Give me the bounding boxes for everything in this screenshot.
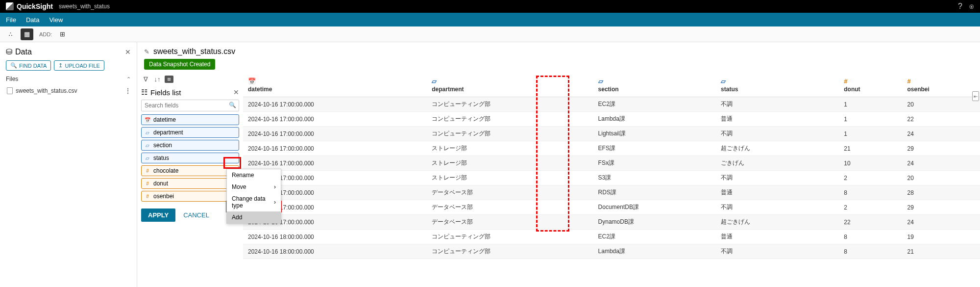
menubar: File Data View: [0, 13, 980, 26]
field-status[interactable]: ▱status: [141, 153, 239, 163]
menu-data[interactable]: Data: [26, 16, 39, 24]
snapshot-badge: Data Snapshot Created: [144, 59, 215, 70]
column-datetime[interactable]: 📅datetime: [243, 75, 427, 97]
field-department[interactable]: ▱department: [141, 127, 239, 138]
column-donut[interactable]: #donut: [839, 75, 902, 97]
menu-move[interactable]: Move›: [227, 181, 281, 193]
upload-icon: ↥: [58, 62, 63, 69]
field-chocolate[interactable]: #chocolate⋮: [141, 165, 239, 176]
tab-title: sweets_with_status: [59, 3, 110, 10]
add-button[interactable]: ⊞: [56, 28, 69, 40]
search-icon: 🔍: [10, 62, 17, 69]
column-osenbei[interactable]: #osenbei: [903, 75, 980, 97]
file-icon: [7, 87, 13, 94]
type-icon: #: [145, 168, 150, 174]
data-sidebar: ⛁ Data ✕ 🔍 FIND DATA ↥ UPLOAD FILE Files…: [0, 42, 137, 287]
database-icon: ⛁: [6, 47, 12, 56]
type-icon: #: [844, 78, 897, 85]
product-name: QuickSight: [17, 2, 53, 10]
fields-title: Fields list: [150, 88, 181, 97]
close-icon[interactable]: ✕: [125, 48, 131, 56]
logo[interactable]: QuickSight: [6, 2, 53, 10]
data-panel-title: Data: [15, 48, 32, 56]
menu-add[interactable]: Add: [227, 211, 281, 223]
cancel-button[interactable]: CANCEL: [183, 211, 209, 219]
files-label: Files: [6, 76, 18, 82]
table-row[interactable]: 2024-10-16 18:00:00.000コンピューティング部Lambda課…: [243, 244, 980, 259]
search-input[interactable]: [141, 100, 239, 111]
field-osenbei[interactable]: #osenbei: [141, 191, 239, 202]
type-icon: #: [145, 193, 150, 199]
table-row[interactable]: 2024-10-16 17:00:00.000データベース部RDS課普通828: [243, 185, 980, 200]
chevron-right-icon: ›: [274, 183, 276, 190]
type-icon: ▱: [598, 78, 711, 85]
find-data-button[interactable]: 🔍 FIND DATA: [6, 60, 51, 71]
content-filename: sweets_with_status.csv: [153, 47, 235, 56]
type-icon: ▱: [145, 130, 150, 135]
type-icon: ▱: [721, 78, 806, 85]
type-icon: ▱: [432, 78, 588, 85]
chevron-right-icon: ›: [274, 199, 276, 206]
column-section[interactable]: ▱section: [593, 75, 716, 97]
type-icon: 📅: [248, 78, 422, 85]
data-preview-table: 📅datetime▱department▱section▱status #don…: [243, 75, 980, 287]
content-area: ✎ sweets_with_status.csv Data Snapshot C…: [137, 42, 980, 287]
table-row[interactable]: 2024-10-16 17:00:00.000ストレージ部EFS課超ごきげん21…: [243, 141, 980, 156]
table-row[interactable]: 2024-10-16 17:00:00.000データベース部DocumentDB…: [243, 200, 980, 215]
field-datetime[interactable]: 📅datetime: [141, 114, 239, 125]
collapse-handle[interactable]: ⇤: [972, 91, 979, 101]
apply-button[interactable]: APPLY: [141, 209, 175, 222]
schema-view-button[interactable]: ⛬: [4, 28, 17, 40]
close-fields-icon[interactable]: ✕: [233, 88, 239, 96]
filter-icon[interactable]: ∇: [141, 76, 150, 83]
table-row[interactable]: 2024-10-16 17:00:00.000コンピューティング部EC2課不調1…: [243, 97, 980, 112]
table-row[interactable]: 2024-10-16 17:00:00.000データベース部DynamoDB課超…: [243, 215, 980, 230]
topbar: QuickSight sweets_with_status ? ⍟: [0, 0, 980, 13]
table-row[interactable]: 2024-10-16 17:00:00.000ストレージ部S3課不調220: [243, 171, 980, 185]
file-name: sweets_with_status.csv: [16, 87, 77, 94]
menu-file[interactable]: File: [6, 16, 16, 24]
chevron-up-icon[interactable]: ⌃: [126, 76, 131, 82]
type-icon: 📅: [145, 117, 150, 123]
fields-panel: ∇ ↓↑ ≡ ☷ Fields list ✕ 🔍 📅datetime▱depar…: [137, 75, 243, 287]
menu-rename[interactable]: Rename: [227, 169, 281, 181]
user-icon[interactable]: ⍟: [969, 2, 974, 11]
field-donut[interactable]: #donut: [141, 178, 239, 189]
search-icon[interactable]: 🔍: [229, 102, 236, 108]
table-row[interactable]: 2024-10-16 17:00:00.000ストレージ部FSx課ごきげん102…: [243, 156, 980, 171]
list-icon[interactable]: ≡: [165, 76, 173, 83]
table-row[interactable]: 2024-10-16 18:00:00.000コンピューティング部EC2課普通8…: [243, 230, 980, 244]
type-icon: ▱: [145, 142, 150, 148]
column-department[interactable]: ▱department: [427, 75, 593, 97]
toolbar: ⛬ ▦ ADD: ⊞: [0, 26, 980, 42]
column-empty[interactable]: [811, 75, 839, 97]
table-row[interactable]: 2024-10-16 17:00:00.000コンピューティング部Lightsa…: [243, 127, 980, 141]
logo-icon: [6, 2, 14, 10]
upload-file-button[interactable]: ↥ UPLOAD FILE: [54, 60, 104, 71]
file-menu-dots[interactable]: ⋮: [125, 87, 130, 94]
context-menu: Rename Move› Change data type› Add: [226, 169, 281, 224]
table-row[interactable]: 2024-10-16 17:00:00.000コンピューティング部Lambda課…: [243, 112, 980, 127]
field-section[interactable]: ▱section: [141, 140, 239, 151]
add-label: ADD:: [39, 31, 52, 37]
help-icon[interactable]: ?: [958, 2, 962, 11]
sort-icon[interactable]: ↓↑: [153, 76, 162, 83]
table-view-button[interactable]: ▦: [21, 28, 33, 40]
column-status[interactable]: ▱status: [716, 75, 811, 97]
type-icon: #: [145, 181, 150, 186]
type-icon: ▱: [145, 155, 150, 161]
menu-view[interactable]: View: [49, 16, 63, 24]
pencil-icon[interactable]: ✎: [144, 48, 149, 55]
fields-icon: ☷: [141, 88, 147, 97]
type-icon: #: [907, 78, 975, 85]
menu-change-type[interactable]: Change data type›: [227, 193, 281, 211]
file-item[interactable]: sweets_with_status.csv ⋮: [6, 85, 131, 96]
